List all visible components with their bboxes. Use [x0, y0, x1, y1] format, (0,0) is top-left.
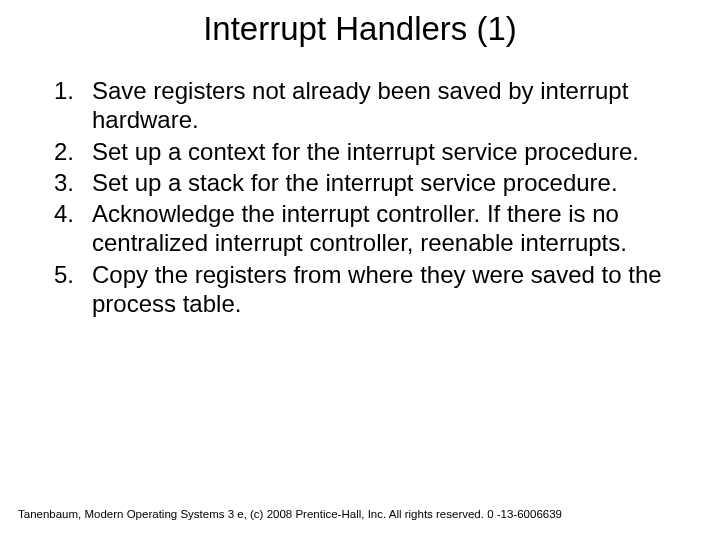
- footer-citation: Tanenbaum, Modern Operating Systems 3 e,…: [18, 508, 562, 520]
- list-item: 5. Copy the registers from where they we…: [40, 260, 686, 319]
- list-item: 3. Set up a stack for the interrupt serv…: [40, 168, 686, 197]
- item-text: Set up a stack for the interrupt service…: [92, 168, 686, 197]
- item-text: Copy the registers from where they were …: [92, 260, 686, 319]
- slide-title: Interrupt Handlers (1): [0, 0, 720, 76]
- item-number: 4.: [40, 199, 92, 258]
- list-item: 2. Set up a context for the interrupt se…: [40, 137, 686, 166]
- item-number: 3.: [40, 168, 92, 197]
- item-number: 2.: [40, 137, 92, 166]
- item-text: Save registers not already been saved by…: [92, 76, 686, 135]
- item-number: 5.: [40, 260, 92, 319]
- item-number: 1.: [40, 76, 92, 135]
- item-text: Set up a context for the interrupt servi…: [92, 137, 686, 166]
- steps-list: 1. Save registers not already been saved…: [0, 76, 720, 318]
- list-item: 1. Save registers not already been saved…: [40, 76, 686, 135]
- list-item: 4. Acknowledge the interrupt controller.…: [40, 199, 686, 258]
- item-text: Acknowledge the interrupt controller. If…: [92, 199, 686, 258]
